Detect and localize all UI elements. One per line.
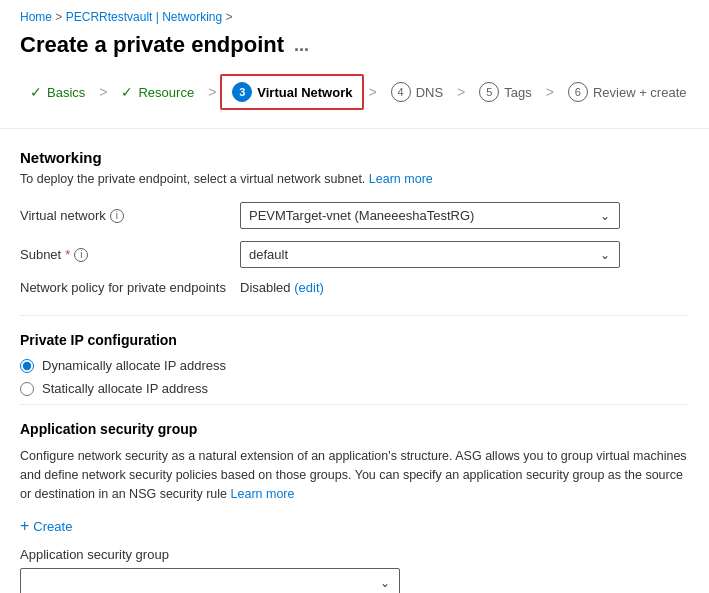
step-tags[interactable]: 5 Tags [469,76,541,108]
asg-select[interactable] [20,568,400,593]
networking-description: To deploy the private endpoint, select a… [20,172,689,186]
step-review[interactable]: 6 Review + create [558,76,697,108]
step-sep-5: > [542,84,558,100]
step-resource[interactable]: ✓ Resource [111,78,204,106]
page-title: Create a private endpoint [20,32,284,58]
subnet-row: Subnet * i default ⌄ [20,241,689,268]
subnet-info-icon[interactable]: i [74,248,88,262]
page-title-ellipsis[interactable]: ... [294,35,309,56]
network-policy-value: Disabled (edit) [240,280,324,295]
subnet-required-marker: * [65,247,70,262]
step-circle-review: 6 [568,82,588,102]
networking-section-title: Networking [20,149,689,166]
breadcrumb-home[interactable]: Home [20,10,52,24]
divider-1 [20,315,689,316]
virtual-network-label: Virtual network i [20,208,240,223]
asg-learn-more-link[interactable]: Learn more [231,487,295,501]
step-basics[interactable]: ✓ Basics [20,78,95,106]
step-sep-2: > [204,84,220,100]
step-circle-vnet: 3 [232,82,252,102]
subnet-select[interactable]: default [240,241,620,268]
plus-icon: + [20,517,29,535]
check-icon-basics: ✓ [30,84,42,100]
virtual-network-info-icon[interactable]: i [110,209,124,223]
private-ip-section-title: Private IP configuration [20,332,689,348]
virtual-network-select[interactable]: PEVMTarget-vnet (ManeeeshaTestRG) [240,202,620,229]
asg-description: Configure network security as a natural … [20,447,689,503]
step-circle-tags: 5 [479,82,499,102]
step-sep-1: > [95,84,111,100]
network-policy-label: Network policy for private endpoints [20,280,240,295]
radio-static-row: Statically allocate IP address [20,381,689,396]
breadcrumb-vault[interactable]: PECRRtestvault | Networking [66,10,223,24]
breadcrumb: Home > PECRRtestvault | Networking > [0,0,709,30]
divider-2 [20,404,689,405]
steps-bar: ✓ Basics > ✓ Resource > 3 Virtual Networ… [0,74,709,129]
subnet-label: Subnet * i [20,247,240,262]
step-tags-label: Tags [504,85,531,100]
virtual-network-row: Virtual network i PEVMTarget-vnet (Manee… [20,202,689,229]
radio-static[interactable] [20,382,34,396]
check-icon-resource: ✓ [121,84,133,100]
step-sep-4: > [453,84,469,100]
asg-section-title: Application security group [20,421,689,437]
asg-group-label: Application security group [20,547,689,562]
network-policy-edit-link[interactable]: (edit) [294,280,324,295]
step-dns[interactable]: 4 DNS [381,76,453,108]
learn-more-networking-link[interactable]: Learn more [369,172,433,186]
main-content: Networking To deploy the private endpoin… [0,149,709,593]
step-virtual-network[interactable]: 3 Virtual Network [220,74,364,110]
create-asg-button[interactable]: + Create [20,517,72,535]
radio-dynamic-label[interactable]: Dynamically allocate IP address [42,358,226,373]
step-dns-label: DNS [416,85,443,100]
radio-dynamic-row: Dynamically allocate IP address [20,358,689,373]
page-title-container: Create a private endpoint ... [0,30,709,74]
step-virtual-network-label: Virtual Network [257,85,352,100]
network-policy-row: Network policy for private endpoints Dis… [20,280,689,295]
step-basics-label: Basics [47,85,85,100]
step-review-label: Review + create [593,85,687,100]
subnet-select-wrapper: default ⌄ [240,241,620,268]
virtual-network-select-wrapper: PEVMTarget-vnet (ManeeeshaTestRG) ⌄ [240,202,620,229]
step-sep-3: > [364,84,380,100]
create-asg-label: Create [33,519,72,534]
radio-dynamic[interactable] [20,359,34,373]
asg-select-wrapper: ⌄ [20,568,400,593]
radio-static-label[interactable]: Statically allocate IP address [42,381,208,396]
step-resource-label: Resource [138,85,194,100]
step-circle-dns: 4 [391,82,411,102]
